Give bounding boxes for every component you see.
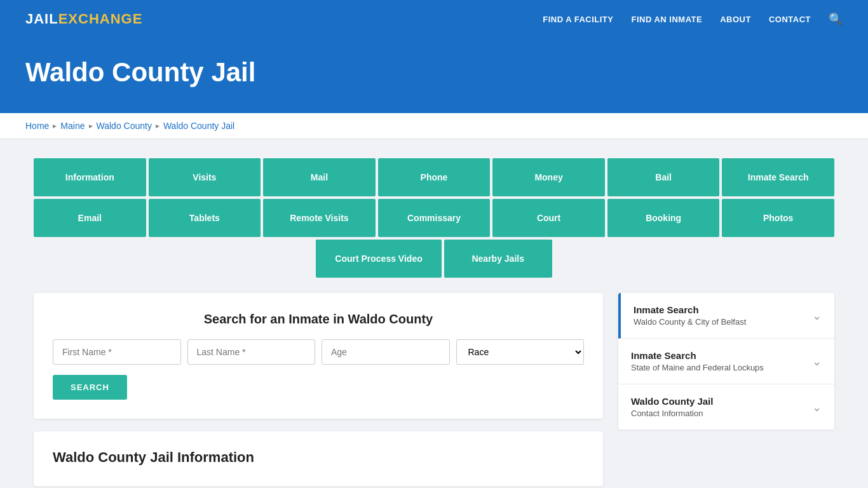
breadcrumb-bar: Home ▸ Maine ▸ Waldo County ▸ Waldo Coun… [0,113,868,139]
search-title: Search for an Inmate in Waldo County [53,312,584,327]
first-name-input[interactable] [53,339,181,365]
sidebar-subtitle-2: State of Maine and Federal Lockups [631,363,764,372]
nav-links: FIND A FACILITY FIND AN INMATE ABOUT CON… [543,12,843,26]
last-name-input[interactable] [187,339,316,365]
btn-mail[interactable]: Mail [263,158,376,196]
sidebar-subtitle-1: Waldo County & City of Belfast [634,317,746,327]
logo-exchange: EXCHANGE [58,11,143,27]
btn-booking[interactable]: Booking [607,199,720,237]
sidebar-subtitle-3: Contact Information [631,409,713,418]
sidebar-title-3: Waldo County Jail [631,396,713,407]
main-content: Information Visits Mail Phone Money Bail… [21,139,847,488]
inmate-search-box: Search for an Inmate in Waldo County Rac… [34,293,603,419]
page-title: Waldo County Jail [25,57,843,88]
sidebar-item-inmate-search-waldo[interactable]: Inmate Search Waldo County & City of Bel… [618,293,834,339]
btn-photos[interactable]: Photos [722,199,834,237]
nav-search-icon[interactable]: 🔍 [829,12,843,26]
site-logo[interactable]: JAILEXCHANGE [25,11,142,27]
search-button[interactable]: SEARCH [53,375,127,400]
sidebar-card: Inmate Search Waldo County & City of Bel… [618,293,834,430]
breadcrumb-maine[interactable]: Maine [60,121,85,131]
nav-contact[interactable]: CONTACT [769,13,811,25]
hero-section: Waldo County Jail [0,38,868,113]
btn-remote-visits[interactable]: Remote Visits [263,199,376,237]
sidebar-title-1: Inmate Search [634,304,746,315]
search-fields: Race White Black Hispanic Asian Other [53,339,584,365]
btn-money[interactable]: Money [492,158,605,196]
breadcrumb: Home ▸ Maine ▸ Waldo County ▸ Waldo Coun… [25,121,843,131]
logo-jail: JAIL [25,11,58,27]
breadcrumb-sep-3: ▸ [156,121,159,130]
btn-court-process-video[interactable]: Court Process Video [316,240,441,278]
content-layout: Search for an Inmate in Waldo County Rac… [34,293,834,486]
btn-tablets[interactable]: Tablets [149,199,261,237]
btn-inmate-search[interactable]: Inmate Search [722,158,834,196]
sidebar-title-2: Inmate Search [631,350,764,361]
breadcrumb-home[interactable]: Home [25,121,49,131]
jail-info-title: Waldo County Jail Information [53,449,584,466]
chevron-down-icon-1: ⌄ [812,309,822,323]
race-select[interactable]: Race White Black Hispanic Asian Other [456,339,585,365]
btn-email[interactable]: Email [34,199,146,237]
age-input[interactable] [322,339,450,365]
breadcrumb-current: Waldo County Jail [163,121,234,131]
category-grid-row2: Email Tablets Remote Visits Commissary C… [34,199,834,237]
right-sidebar: Inmate Search Waldo County & City of Bel… [618,293,834,430]
breadcrumb-sep-1: ▸ [53,121,57,130]
chevron-down-icon-2: ⌄ [812,355,822,369]
jail-info-section: Waldo County Jail Information [34,431,603,486]
btn-bail[interactable]: Bail [607,158,720,196]
btn-visits[interactable]: Visits [149,158,261,196]
btn-commissary[interactable]: Commissary [378,199,491,237]
nav-find-inmate[interactable]: FIND AN INMATE [631,13,702,25]
btn-phone[interactable]: Phone [378,158,491,196]
navbar: JAILEXCHANGE FIND A FACILITY FIND AN INM… [0,0,868,38]
breadcrumb-waldo-county[interactable]: Waldo County [97,121,152,131]
sidebar-item-inmate-search-maine[interactable]: Inmate Search State of Maine and Federal… [618,339,834,384]
btn-information[interactable]: Information [34,158,146,196]
sidebar-item-contact-info[interactable]: Waldo County Jail Contact Information ⌄ [618,384,834,430]
category-grid-row1: Information Visits Mail Phone Money Bail… [34,158,834,196]
btn-court[interactable]: Court [492,199,605,237]
chevron-down-icon-3: ⌄ [812,400,822,414]
nav-find-facility[interactable]: FIND A FACILITY [543,13,613,25]
btn-nearby-jails[interactable]: Nearby Jails [444,240,552,278]
nav-about[interactable]: ABOUT [720,13,751,25]
left-column: Search for an Inmate in Waldo County Rac… [34,293,603,486]
category-grid-row3: Court Process Video Nearby Jails [34,240,834,278]
breadcrumb-sep-2: ▸ [89,121,93,130]
